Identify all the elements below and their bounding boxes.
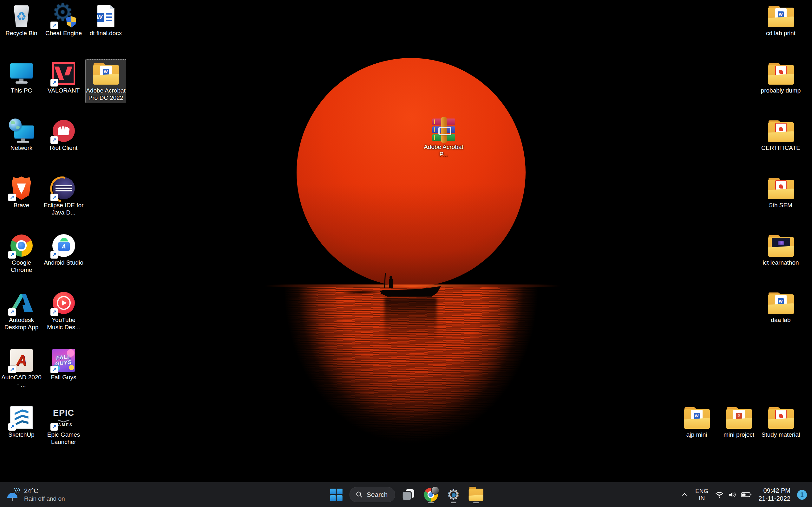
folder-word-icon — [676, 404, 717, 431]
notification-badge[interactable]: 1 — [797, 490, 807, 500]
file-explorer-icon — [468, 489, 483, 501]
start-button[interactable] — [327, 486, 345, 504]
desktop-icon-adobe-acrobat-folder[interactable]: Adobe Acrobat Pro DC 2022 — [85, 59, 126, 103]
desktop-icon-network[interactable]: Network — [1, 117, 42, 153]
icon-label: SketchUp — [8, 431, 34, 438]
rain-umbrella-icon — [6, 488, 20, 501]
task-view-icon — [402, 488, 415, 501]
network-volume-battery-button[interactable] — [715, 490, 752, 499]
clock-date: 21-11-2022 — [758, 495, 791, 503]
language-line2: IN — [695, 495, 708, 502]
icon-label: Study material — [762, 431, 800, 438]
desktop-icon-brave[interactable]: Brave — [1, 174, 42, 210]
icon-label: Android Studio — [44, 259, 84, 266]
search-label: Search — [367, 491, 388, 498]
icon-label: mini project — [723, 431, 754, 438]
folder-pdf-icon — [761, 118, 801, 144]
shortcut-arrow-icon — [50, 21, 58, 29]
wallpaper-boat-person — [389, 279, 393, 288]
icon-label: Brave — [14, 202, 30, 209]
shortcut-arrow-icon — [50, 423, 58, 431]
taskbar: 24°C Rain off and on Search — [0, 482, 812, 507]
language-indicator[interactable]: ENG IN — [695, 488, 708, 502]
file-explorer-taskbar-button[interactable] — [467, 486, 485, 504]
youtube-music-icon — [44, 290, 84, 316]
icon-label: This PC — [11, 87, 32, 94]
desktop-icon-google-chrome[interactable]: Google Chrome — [1, 231, 42, 275]
recycle-bin-icon — [1, 3, 42, 30]
globe-icon — [9, 118, 21, 131]
task-view-button[interactable] — [399, 486, 417, 504]
shortcut-arrow-icon — [50, 366, 58, 373]
eclipse-icon — [44, 175, 84, 202]
chrome-taskbar-button[interactable] — [421, 486, 440, 504]
hidden-icons-chevron[interactable] — [680, 491, 689, 499]
desktop-icon-probably-dump[interactable]: probably dump — [760, 59, 801, 96]
battery-icon — [741, 492, 752, 498]
desktop-icon-this-pc[interactable]: This PC — [1, 59, 42, 96]
desktop-icon-ict-learnathon[interactable]: ict learnathon — [760, 231, 801, 268]
icon-label: Recycle Bin — [5, 30, 37, 37]
icon-label: daa lab — [771, 316, 791, 324]
desktop-icon-autodesk[interactable]: Autodesk Desktop App — [1, 289, 42, 332]
desktop-icon-mini-project[interactable]: mini project — [718, 403, 759, 440]
autocad-icon — [1, 347, 42, 374]
icon-label: CERTIFICATE — [761, 144, 800, 152]
network-icon — [1, 118, 42, 144]
search-icon — [356, 491, 363, 498]
icon-label: YouTube Music Des... — [44, 316, 84, 331]
settings-taskbar-button[interactable] — [444, 486, 462, 504]
desktop-icon-android-studio[interactable]: Android Studio — [43, 231, 84, 268]
desktop-icon-5th-sem[interactable]: 5th SEM — [760, 174, 801, 210]
folder-image-icon — [761, 232, 801, 259]
desktop-icon-daa-lab[interactable]: daa lab — [760, 289, 801, 325]
search-box[interactable]: Search — [350, 487, 395, 502]
epic-games-icon — [44, 404, 84, 431]
desktop-icon-cheat-engine[interactable]: Cheat Engine — [43, 2, 84, 38]
shortcut-arrow-icon — [50, 251, 58, 259]
desktop-icon-fall-guys[interactable]: Fall Guys — [43, 346, 84, 383]
running-indicator — [451, 502, 456, 503]
icon-label: ict learnathon — [763, 259, 799, 266]
desktop-icon-sketchup[interactable]: SketchUp — [1, 403, 42, 440]
desktop-icon-study-material[interactable]: Study material — [760, 403, 801, 440]
gear-icon — [447, 487, 460, 502]
folder-pdf-icon — [761, 404, 801, 431]
word-document-icon — [86, 3, 126, 30]
icon-label: VALORANT — [48, 87, 80, 94]
icon-label: Adobe Acrobat P... — [423, 143, 464, 158]
desktop-icon-riot-client[interactable]: Riot Client — [43, 117, 84, 153]
weather-widget[interactable]: 24°C Rain off and on — [0, 482, 71, 507]
folder-word-icon — [761, 290, 801, 316]
desktop-icon-dt-final-docx[interactable]: dt final.docx — [85, 2, 126, 38]
desktop-icon-eclipse[interactable]: Eclipse IDE for Java D... — [43, 174, 84, 218]
valorant-icon — [44, 60, 84, 87]
icon-label: Eclipse IDE for Java D... — [44, 202, 84, 216]
shortcut-arrow-icon — [8, 423, 16, 431]
desktop-icon-adobe-acrobat-archive[interactable]: Adobe Acrobat P... — [423, 116, 464, 159]
wallpaper-boat-reflection — [385, 298, 437, 345]
brave-icon — [1, 175, 42, 202]
system-tray: ENG IN 09:42 PM 21-11-2022 1 — [680, 482, 812, 507]
shortcut-arrow-icon — [8, 251, 16, 259]
desktop-icon-valorant[interactable]: VALORANT — [43, 59, 84, 96]
desktop-icon-autocad[interactable]: AutoCAD 2020 - ... — [1, 346, 42, 390]
desktop-icon-certificate[interactable]: CERTIFICATE — [760, 117, 801, 153]
weather-temperature: 24°C — [24, 487, 65, 495]
desktop-icon-epic-games[interactable]: Epic Games Launcher — [43, 403, 84, 447]
riot-client-icon — [44, 118, 84, 144]
icon-label: 5th SEM — [769, 202, 792, 209]
wallpaper-sun — [297, 58, 525, 287]
shortcut-arrow-icon — [50, 193, 58, 201]
clock[interactable]: 09:42 PM 21-11-2022 — [758, 487, 791, 503]
running-indicator — [473, 502, 478, 503]
desktop-icon-ajp-mini[interactable]: ajp mini — [676, 403, 717, 440]
icon-label: cd lab print — [766, 30, 796, 37]
icon-label: Epic Games Launcher — [44, 431, 84, 446]
cheat-engine-icon — [44, 3, 84, 30]
wallpaper-boat-wake — [341, 290, 380, 295]
desktop-icon-youtube-music[interactable]: YouTube Music Des... — [43, 289, 84, 332]
desktop-icon-cd-lab-print[interactable]: cd lab print — [760, 2, 801, 38]
desktop-icon-recycle-bin[interactable]: Recycle Bin — [1, 2, 42, 38]
icon-label: Fall Guys — [51, 374, 76, 381]
